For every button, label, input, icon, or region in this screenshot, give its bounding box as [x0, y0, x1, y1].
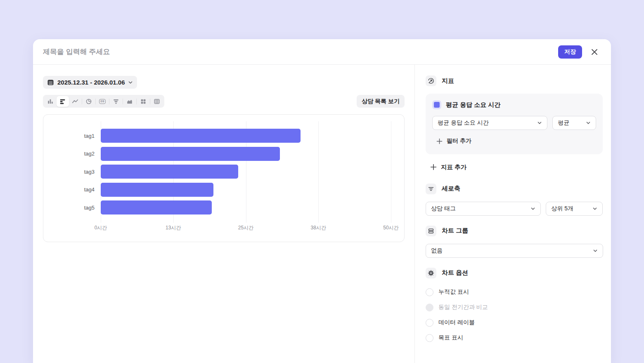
chart-options-section-header: 차트 옵션 — [426, 268, 603, 278]
metric-name: 평균 응답 소요 시간 — [446, 101, 501, 109]
calendar-icon — [47, 79, 54, 86]
metric-select[interactable]: 평균 응답 소요 시간 — [432, 116, 547, 130]
toolbar-separator — [95, 99, 96, 104]
x-tick-label: 50시간 — [383, 224, 398, 231]
chart-title-input[interactable] — [43, 48, 558, 56]
vertical-axis-section-header: 세로축 — [426, 184, 603, 194]
rows-icon — [426, 226, 436, 236]
chart-builder-main: 2025.12.31 - 2026.01.06 — [33, 65, 414, 363]
chart-group-section-title: 차트 그룹 — [442, 227, 468, 235]
chart-bars — [101, 121, 391, 219]
save-button[interactable]: 저장 — [558, 45, 582, 59]
bar[interactable] — [101, 165, 238, 179]
x-tick-label: 13시간 — [166, 224, 181, 231]
chart-options-section-title: 차트 옵션 — [442, 269, 468, 277]
category-label: tag3 — [50, 165, 95, 179]
gridline — [391, 121, 391, 223]
add-metric-button[interactable]: 지표 추가 — [430, 163, 466, 171]
close-button[interactable] — [588, 45, 601, 59]
bar[interactable] — [101, 129, 301, 143]
plus-icon — [436, 138, 443, 144]
number-metric-icon[interactable]: 09 — [96, 96, 109, 107]
chevron-down-icon — [537, 120, 542, 125]
donut-chart-icon[interactable] — [83, 96, 95, 107]
bar-chart: tag1tag2tag3tag4tag5 — [50, 121, 391, 219]
plus-icon — [430, 164, 437, 170]
bar[interactable] — [101, 147, 280, 161]
chart-card: tag1tag2tag3tag4tag5 0시간13시간25시간38시간50시간 — [43, 114, 405, 242]
toolbar-separator — [136, 99, 137, 104]
limit-select[interactable]: 상위 5개 — [546, 202, 603, 216]
modal-header: 저장 — [33, 39, 611, 65]
toolbar-separator — [150, 99, 150, 104]
option-show-goal[interactable]: 목표 표시 — [426, 334, 603, 342]
option-compare-previous-period: 동일 전기간과 비교 — [426, 304, 603, 311]
sort-lines-icon — [426, 184, 436, 194]
chevron-down-icon — [592, 206, 597, 211]
x-tick-label: 38시간 — [311, 224, 326, 231]
line-chart-icon[interactable] — [69, 96, 81, 107]
table-icon[interactable] — [151, 96, 163, 107]
x-tick-label: 25시간 — [238, 224, 253, 231]
column-chart-icon[interactable] — [44, 96, 57, 107]
chart-options-list: 누적값 표시 동일 전기간과 비교 데이터 레이블 목표 표시 — [426, 288, 603, 342]
checkbox-circle[interactable] — [426, 288, 433, 296]
category-label: tag1 — [50, 129, 95, 143]
group-select[interactable]: 없음 — [426, 244, 603, 258]
chevron-down-icon — [593, 248, 598, 253]
bar[interactable] — [101, 200, 212, 214]
aggregation-select[interactable]: 평균 — [552, 116, 596, 130]
vertical-axis-section-title: 세로축 — [442, 185, 460, 193]
chevron-down-icon — [530, 206, 535, 211]
toolbar-separator — [109, 99, 109, 104]
chart-type-toolbar: 09 — [43, 95, 164, 108]
checkbox-circle[interactable] — [426, 319, 433, 327]
dimension-select[interactable]: 상담 태그 — [426, 202, 541, 216]
date-range-picker[interactable]: 2025.12.31 - 2026.01.06 — [43, 76, 137, 89]
chart-settings-panel: 지표 평균 응답 소요 시간 평균 응답 소요 시간 평균 — [414, 65, 611, 363]
metrics-section-header: 지표 — [426, 75, 603, 86]
option-stacked-values[interactable]: 누적값 표시 — [426, 288, 603, 296]
x-axis: 0시간13시간25시간38시간50시간 — [101, 223, 391, 232]
chevron-down-icon — [128, 80, 133, 85]
chart-editor-modal: 저장 2025.12 — [33, 39, 611, 363]
option-data-labels[interactable]: 데이터 레이블 — [426, 319, 603, 327]
card-grid-icon[interactable] — [137, 96, 149, 107]
checkbox-circle[interactable] — [426, 334, 433, 342]
area-chart-icon[interactable] — [123, 96, 136, 107]
category-label: tag4 — [50, 183, 95, 197]
bar[interactable] — [101, 183, 213, 197]
gear-icon — [426, 268, 436, 278]
category-label: tag2 — [50, 147, 95, 161]
x-tick-label: 0시간 — [95, 224, 107, 231]
chevron-down-icon — [586, 120, 591, 125]
view-consult-list-button[interactable]: 상담 목록 보기 — [357, 95, 405, 108]
category-labels: tag1tag2tag3tag4tag5 — [50, 121, 101, 219]
metric-card: 평균 응답 소요 시간 평균 응답 소요 시간 평균 — [426, 94, 603, 154]
toolbar-separator — [82, 99, 82, 104]
add-filter-button[interactable]: 필터 추가 — [436, 137, 471, 145]
toolbar-separator — [123, 99, 123, 104]
date-range-value: 2025.12.31 - 2026.01.06 — [57, 79, 125, 86]
chart-group-section-header: 차트 그룹 — [426, 226, 603, 236]
category-label: tag5 — [50, 200, 95, 214]
metrics-section-title: 지표 — [442, 77, 454, 85]
gauge-icon — [426, 75, 436, 86]
series-color-swatch — [432, 100, 441, 109]
funnel-chart-icon[interactable] — [110, 96, 122, 107]
horizontal-bar-chart-icon[interactable] — [57, 96, 69, 107]
close-icon — [591, 48, 598, 56]
checkbox-circle — [426, 304, 433, 311]
